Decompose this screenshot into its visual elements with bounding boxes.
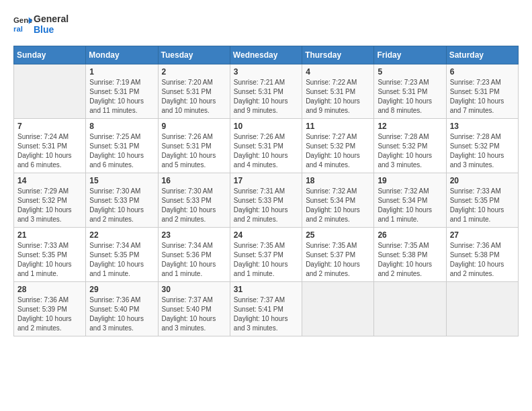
- day-number: 9: [162, 122, 226, 131]
- logo-text-line2: Blue: [34, 24, 69, 35]
- day-number: 22: [89, 230, 154, 240]
- logo-icon: Gene ral: [13, 15, 32, 34]
- day-number: 31: [234, 285, 298, 294]
- calendar-cell: 13Sunrise: 7:28 AMSunset: 5:32 PMDayligh…: [446, 119, 518, 173]
- day-info: Sunrise: 7:37 AMSunset: 5:40 PMDaylight:…: [162, 295, 226, 333]
- day-info: Sunrise: 7:31 AMSunset: 5:33 PMDaylight:…: [234, 187, 298, 224]
- calendar-cell: 19Sunrise: 7:32 AMSunset: 5:34 PMDayligh…: [374, 173, 446, 228]
- calendar-cell: [446, 282, 518, 336]
- calendar-cell: 17Sunrise: 7:31 AMSunset: 5:33 PMDayligh…: [230, 173, 302, 228]
- calendar-cell: [14, 64, 86, 119]
- day-number: 20: [450, 176, 515, 185]
- day-info: Sunrise: 7:27 AMSunset: 5:32 PMDaylight:…: [306, 132, 370, 170]
- calendar-cell: 3Sunrise: 7:21 AMSunset: 5:31 PMDaylight…: [230, 64, 302, 119]
- day-number: 25: [306, 230, 370, 240]
- day-info: Sunrise: 7:35 AMSunset: 5:38 PMDaylight:…: [378, 241, 442, 279]
- day-number: 26: [378, 230, 442, 240]
- col-header-sunday: Sunday: [14, 46, 86, 64]
- day-number: 16: [162, 176, 226, 185]
- page-header: Gene ral General Blue: [13, 13, 519, 35]
- col-header-friday: Friday: [374, 46, 446, 64]
- day-info: Sunrise: 7:28 AMSunset: 5:32 PMDaylight:…: [378, 132, 442, 170]
- day-info: Sunrise: 7:32 AMSunset: 5:34 PMDaylight:…: [378, 187, 442, 224]
- calendar-cell: 27Sunrise: 7:36 AMSunset: 5:38 PMDayligh…: [446, 228, 518, 282]
- day-number: 2: [162, 67, 226, 77]
- calendar-cell: 4Sunrise: 7:22 AMSunset: 5:31 PMDaylight…: [302, 64, 374, 119]
- day-number: 10: [234, 122, 298, 131]
- day-info: Sunrise: 7:19 AMSunset: 5:31 PMDaylight:…: [89, 78, 154, 116]
- calendar-cell: 28Sunrise: 7:36 AMSunset: 5:39 PMDayligh…: [14, 282, 86, 336]
- calendar-cell: 9Sunrise: 7:26 AMSunset: 5:31 PMDaylight…: [158, 119, 230, 173]
- calendar-cell: 12Sunrise: 7:28 AMSunset: 5:32 PMDayligh…: [374, 119, 446, 173]
- calendar-cell: 14Sunrise: 7:29 AMSunset: 5:32 PMDayligh…: [14, 173, 86, 228]
- day-number: 5: [378, 67, 442, 77]
- day-number: 3: [234, 67, 298, 77]
- day-info: Sunrise: 7:22 AMSunset: 5:31 PMDaylight:…: [306, 78, 370, 116]
- calendar-cell: 21Sunrise: 7:33 AMSunset: 5:35 PMDayligh…: [14, 228, 86, 282]
- day-number: 28: [17, 285, 82, 294]
- day-number: 11: [306, 122, 370, 131]
- day-info: Sunrise: 7:23 AMSunset: 5:31 PMDaylight:…: [450, 78, 515, 116]
- col-header-thursday: Thursday: [302, 46, 374, 64]
- day-number: 27: [450, 230, 515, 240]
- day-info: Sunrise: 7:32 AMSunset: 5:34 PMDaylight:…: [306, 187, 370, 224]
- calendar-cell: 16Sunrise: 7:30 AMSunset: 5:33 PMDayligh…: [158, 173, 230, 228]
- day-info: Sunrise: 7:23 AMSunset: 5:31 PMDaylight:…: [378, 78, 442, 116]
- calendar-cell: 7Sunrise: 7:24 AMSunset: 5:31 PMDaylight…: [14, 119, 86, 173]
- day-number: 12: [378, 122, 442, 131]
- day-number: 8: [89, 122, 154, 131]
- calendar-cell: 31Sunrise: 7:37 AMSunset: 5:41 PMDayligh…: [230, 282, 302, 336]
- day-info: Sunrise: 7:25 AMSunset: 5:31 PMDaylight:…: [89, 132, 154, 170]
- logo: Gene ral General Blue: [13, 13, 69, 35]
- col-header-wednesday: Wednesday: [230, 46, 302, 64]
- calendar-cell: 2Sunrise: 7:20 AMSunset: 5:31 PMDaylight…: [158, 64, 230, 119]
- calendar-cell: 6Sunrise: 7:23 AMSunset: 5:31 PMDaylight…: [446, 64, 518, 119]
- col-header-monday: Monday: [86, 46, 158, 64]
- calendar-cell: 15Sunrise: 7:30 AMSunset: 5:33 PMDayligh…: [86, 173, 158, 228]
- day-info: Sunrise: 7:34 AMSunset: 5:36 PMDaylight:…: [162, 241, 226, 279]
- day-info: Sunrise: 7:26 AMSunset: 5:31 PMDaylight:…: [162, 132, 226, 170]
- calendar-cell: 5Sunrise: 7:23 AMSunset: 5:31 PMDaylight…: [374, 64, 446, 119]
- calendar-cell: 26Sunrise: 7:35 AMSunset: 5:38 PMDayligh…: [374, 228, 446, 282]
- calendar-cell: 8Sunrise: 7:25 AMSunset: 5:31 PMDaylight…: [86, 119, 158, 173]
- day-number: 18: [306, 176, 370, 185]
- calendar-cell: 11Sunrise: 7:27 AMSunset: 5:32 PMDayligh…: [302, 119, 374, 173]
- day-number: 19: [378, 176, 442, 185]
- calendar-cell: 24Sunrise: 7:35 AMSunset: 5:37 PMDayligh…: [230, 228, 302, 282]
- day-number: 14: [17, 176, 82, 185]
- day-number: 4: [306, 67, 370, 77]
- day-number: 17: [234, 176, 298, 185]
- calendar-cell: 10Sunrise: 7:26 AMSunset: 5:31 PMDayligh…: [230, 119, 302, 173]
- calendar-cell: 1Sunrise: 7:19 AMSunset: 5:31 PMDaylight…: [86, 64, 158, 119]
- calendar-table: SundayMondayTuesdayWednesdayThursdayFrid…: [13, 46, 519, 336]
- day-info: Sunrise: 7:30 AMSunset: 5:33 PMDaylight:…: [162, 187, 226, 224]
- day-info: Sunrise: 7:26 AMSunset: 5:31 PMDaylight:…: [234, 132, 298, 170]
- calendar-cell: 18Sunrise: 7:32 AMSunset: 5:34 PMDayligh…: [302, 173, 374, 228]
- day-number: 30: [162, 285, 226, 294]
- day-info: Sunrise: 7:34 AMSunset: 5:35 PMDaylight:…: [89, 241, 154, 279]
- calendar-cell: 23Sunrise: 7:34 AMSunset: 5:36 PMDayligh…: [158, 228, 230, 282]
- logo-text-line1: General: [34, 13, 69, 24]
- day-info: Sunrise: 7:24 AMSunset: 5:31 PMDaylight:…: [17, 132, 82, 170]
- day-number: 15: [89, 176, 154, 185]
- day-info: Sunrise: 7:37 AMSunset: 5:41 PMDaylight:…: [234, 295, 298, 333]
- col-header-tuesday: Tuesday: [158, 46, 230, 64]
- day-number: 6: [450, 67, 515, 77]
- day-info: Sunrise: 7:33 AMSunset: 5:35 PMDaylight:…: [17, 241, 82, 279]
- calendar-cell: 30Sunrise: 7:37 AMSunset: 5:40 PMDayligh…: [158, 282, 230, 336]
- day-info: Sunrise: 7:33 AMSunset: 5:35 PMDaylight:…: [450, 187, 515, 224]
- day-info: Sunrise: 7:36 AMSunset: 5:39 PMDaylight:…: [17, 295, 82, 333]
- day-number: 7: [17, 122, 82, 131]
- day-info: Sunrise: 7:29 AMSunset: 5:32 PMDaylight:…: [17, 187, 82, 224]
- day-info: Sunrise: 7:28 AMSunset: 5:32 PMDaylight:…: [450, 132, 515, 170]
- calendar-cell: 22Sunrise: 7:34 AMSunset: 5:35 PMDayligh…: [86, 228, 158, 282]
- day-info: Sunrise: 7:35 AMSunset: 5:37 PMDaylight:…: [306, 241, 370, 279]
- calendar-cell: [302, 282, 374, 336]
- col-header-saturday: Saturday: [446, 46, 518, 64]
- day-info: Sunrise: 7:20 AMSunset: 5:31 PMDaylight:…: [162, 78, 226, 116]
- calendar-cell: 29Sunrise: 7:36 AMSunset: 5:40 PMDayligh…: [86, 282, 158, 336]
- svg-text:ral: ral: [13, 25, 23, 33]
- calendar-cell: 25Sunrise: 7:35 AMSunset: 5:37 PMDayligh…: [302, 228, 374, 282]
- day-info: Sunrise: 7:36 AMSunset: 5:40 PMDaylight:…: [89, 295, 154, 333]
- day-number: 24: [234, 230, 298, 240]
